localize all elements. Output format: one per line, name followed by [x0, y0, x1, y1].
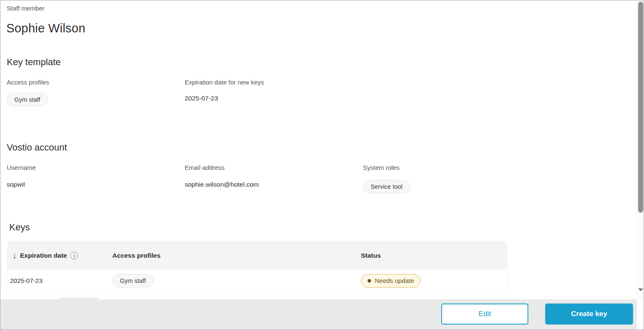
column-header-status: Status	[361, 252, 507, 259]
page-eyebrow: Staff member	[7, 5, 45, 12]
keys-table-header: ↓ Expiration date i Access profiles Stat…	[8, 241, 507, 270]
username-value: sopwil	[7, 181, 25, 188]
access-profiles-label: Access profiles	[7, 79, 49, 86]
email-address-label: Email address	[185, 164, 225, 171]
expiration-date-value: 2025-07-23	[185, 95, 218, 102]
column-header-access-profiles: Access profiles	[112, 252, 361, 259]
key-table-row[interactable]: 2025-07-23 Gym staff Needs update	[8, 270, 507, 291]
footer-action-bar: Edit Create key	[0, 299, 637, 330]
vertical-scrollbar[interactable]	[637, 0, 644, 299]
key-access-profile-chip: Gym staff	[112, 274, 154, 288]
email-address-value: sophie.wilson@hotel.com	[185, 181, 259, 188]
system-role-chip: Service tool	[363, 180, 410, 193]
vostio-account-heading: Vostio account	[7, 142, 67, 153]
create-key-button[interactable]: Create key	[545, 304, 633, 325]
page-title: Sophie Wilson	[6, 21, 85, 35]
staff-member-detail-page: Staff member Sophie Wilson Key template …	[0, 0, 644, 330]
key-access-profiles-cell: Gym staff	[112, 274, 361, 288]
access-profile-chip: Gym staff	[7, 93, 48, 106]
expiration-date-label: Expiration date for new keys	[185, 79, 264, 86]
keys-heading: Keys	[9, 222, 30, 233]
key-expiration-date-cell: 2025-07-23	[8, 277, 112, 284]
status-badge-label: Needs update	[375, 277, 414, 284]
edit-button[interactable]: Edit	[441, 304, 528, 325]
username-label: Username	[7, 164, 36, 171]
column-header-expiration-date-label: Expiration date	[20, 252, 67, 259]
scrollbar-down-arrow-icon[interactable]	[638, 288, 643, 291]
scrollbar-thumb[interactable]	[638, 2, 643, 213]
key-template-heading: Key template	[7, 57, 61, 68]
status-dot-icon	[368, 279, 371, 282]
info-icon[interactable]: i	[70, 252, 78, 259]
status-badge: Needs update	[361, 274, 421, 288]
key-status-cell: Needs update	[361, 274, 507, 288]
sort-descending-icon[interactable]: ↓	[13, 252, 17, 260]
column-header-expiration-date[interactable]: ↓ Expiration date i	[8, 252, 112, 260]
keys-table: ↓ Expiration date i Access profiles Stat…	[7, 241, 507, 292]
system-roles-label: System roles	[363, 164, 400, 171]
